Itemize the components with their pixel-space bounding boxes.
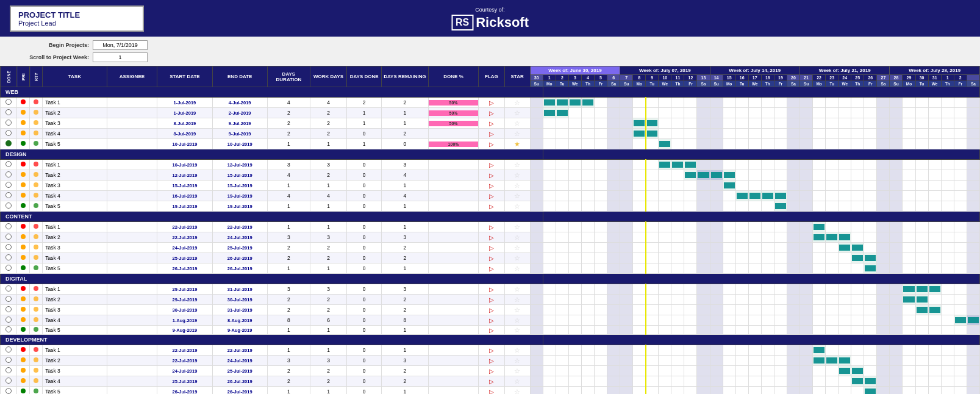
days-duration: 3 — [267, 160, 310, 170]
days-duration: 3 — [267, 356, 310, 366]
begin-value[interactable]: Mon, 7/1/2019 — [93, 40, 148, 50]
star[interactable]: ☆ — [504, 315, 530, 326]
star[interactable]: ☆ — [504, 232, 530, 243]
gantt-cell-5 — [594, 387, 607, 395]
gantt-cell-11 — [671, 160, 684, 170]
gantt-cell-25 — [851, 222, 864, 232]
gantt-cell-3 — [568, 243, 581, 253]
star[interactable]: ☆ — [504, 160, 530, 170]
flag[interactable]: ▷ — [479, 366, 504, 376]
day-num-w3-d6: 27 — [877, 75, 890, 81]
star[interactable]: ☆ — [504, 243, 530, 253]
gantt-cell-19 — [774, 263, 787, 274]
gantt-cell-26 — [864, 118, 877, 129]
gantt-cell-33 — [954, 356, 967, 366]
gantt-cell-15 — [723, 243, 735, 253]
assignee — [107, 108, 157, 118]
flag[interactable]: ▷ — [479, 181, 504, 191]
star[interactable]: ☆ — [504, 201, 530, 212]
star[interactable]: ★ — [504, 139, 530, 149]
done-pct — [428, 305, 479, 315]
flag[interactable]: ▷ — [479, 356, 504, 366]
gantt-cell-7 — [620, 139, 633, 149]
star[interactable]: ☆ — [504, 284, 530, 295]
gantt-cell-16 — [735, 222, 748, 232]
star[interactable]: ☆ — [504, 108, 530, 118]
day-name-w1-d2: Tu — [646, 81, 659, 87]
flag[interactable]: ▷ — [479, 201, 504, 212]
gantt-cell-0 — [530, 263, 543, 274]
flag[interactable]: ▷ — [479, 139, 504, 149]
start-date: 25-Jul-2019 — [157, 253, 212, 263]
flag[interactable]: ▷ — [479, 326, 504, 335]
star[interactable]: ☆ — [504, 387, 530, 395]
flag[interactable]: ▷ — [479, 118, 504, 129]
gantt-cell-25 — [851, 170, 864, 181]
star[interactable]: ☆ — [504, 118, 530, 129]
star[interactable]: ☆ — [504, 376, 530, 387]
days-done: 1 — [347, 108, 382, 118]
gantt-cell-0 — [530, 191, 543, 201]
gantt-cell-34 — [967, 170, 979, 181]
star[interactable]: ☆ — [504, 326, 530, 335]
gantt-cell-23 — [826, 232, 839, 243]
days-remaining: 3 — [382, 232, 428, 243]
flag[interactable]: ▷ — [479, 345, 504, 356]
flag[interactable]: ▷ — [479, 243, 504, 253]
flag[interactable]: ▷ — [479, 376, 504, 387]
star[interactable]: ☆ — [504, 170, 530, 181]
gantt-cell-15 — [723, 263, 735, 274]
flag[interactable]: ▷ — [479, 387, 504, 395]
flag[interactable]: ▷ — [479, 305, 504, 315]
gantt-cell-3 — [568, 366, 581, 376]
gantt-cell-27 — [877, 326, 890, 335]
star[interactable]: ☆ — [504, 222, 530, 232]
task-row: Task 1 22-Jul-2019 22-Jul-2019 1 1 0 1 ▷… — [1, 345, 980, 356]
gantt-cell-2 — [556, 315, 568, 326]
flag[interactable]: ▷ — [479, 98, 504, 108]
assignee — [107, 315, 157, 326]
flag[interactable]: ▷ — [479, 315, 504, 326]
flag[interactable]: ▷ — [479, 191, 504, 201]
gantt-cell-15 — [723, 305, 735, 315]
star[interactable]: ☆ — [504, 295, 530, 305]
gantt-cell-6 — [607, 191, 620, 201]
flag[interactable]: ▷ — [479, 222, 504, 232]
flag[interactable]: ▷ — [479, 284, 504, 295]
gantt-cell-7 — [620, 263, 633, 274]
star[interactable]: ☆ — [504, 253, 530, 263]
gantt-cell-26 — [864, 191, 877, 201]
work-days: 1 — [310, 222, 346, 232]
star[interactable]: ☆ — [504, 181, 530, 191]
priority-rty — [30, 222, 43, 232]
gantt-cell-23 — [826, 201, 839, 212]
flag[interactable]: ▷ — [479, 253, 504, 263]
flag[interactable]: ▷ — [479, 295, 504, 305]
star[interactable]: ☆ — [504, 305, 530, 315]
star[interactable]: ☆ — [504, 263, 530, 274]
gantt-cell-2 — [556, 170, 568, 181]
flag[interactable]: ▷ — [479, 160, 504, 170]
gantt-cell-9 — [646, 232, 659, 243]
gantt-cell-19 — [774, 387, 787, 395]
gantt-cell-32 — [941, 118, 954, 129]
gantt-cell-5 — [594, 284, 607, 295]
flag[interactable]: ▷ — [479, 129, 504, 139]
star[interactable]: ☆ — [504, 129, 530, 139]
scroll-value[interactable]: 1 — [93, 52, 148, 62]
star[interactable]: ☆ — [504, 356, 530, 366]
gantt-cell-6 — [607, 315, 620, 326]
flag[interactable]: ▷ — [479, 170, 504, 181]
task-name: Task 2 — [43, 356, 107, 366]
days-duration: 2 — [267, 108, 310, 118]
flag[interactable]: ▷ — [479, 263, 504, 274]
star[interactable]: ☆ — [504, 345, 530, 356]
flag[interactable]: ▷ — [479, 232, 504, 243]
star[interactable]: ☆ — [504, 191, 530, 201]
star[interactable]: ☆ — [504, 366, 530, 376]
star[interactable]: ☆ — [504, 98, 530, 108]
flag[interactable]: ▷ — [479, 108, 504, 118]
gantt-cell-5 — [594, 243, 607, 253]
gantt-cell-32 — [941, 170, 954, 181]
gantt-cell-14 — [710, 201, 723, 212]
